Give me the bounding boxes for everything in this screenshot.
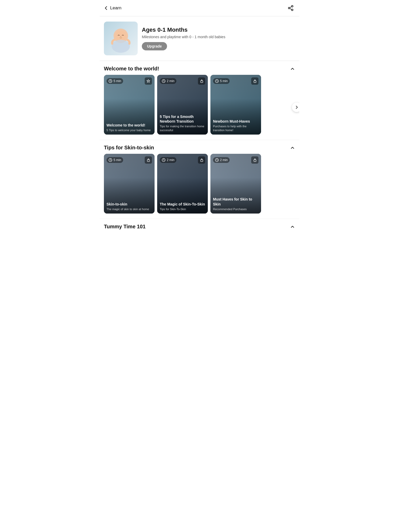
card-card-6[interactable]: 2 min Must Haves for Skin to Skin Recomm… — [210, 154, 261, 214]
upgrade-button[interactable]: Upgrade — [142, 42, 167, 50]
card-top-row: 2 min — [213, 156, 258, 164]
card-top-row: 2 min — [160, 77, 205, 85]
card-description: Purchases to help with the transition ho… — [213, 124, 258, 132]
back-label: Learn — [110, 5, 121, 11]
back-icon — [104, 6, 109, 10]
section-tummy-time: Tummy Time 101 — [100, 219, 299, 233]
cards-container-skin-to-skin: 5 min Skin-to-skin The magic of skin to … — [100, 154, 299, 219]
clock-icon — [215, 158, 219, 162]
svg-rect-17 — [201, 160, 203, 162]
svg-line-3 — [290, 9, 292, 10]
clock-icon — [162, 79, 165, 83]
card-description: Tips for making the transition home succ… — [160, 124, 205, 132]
card-time-badge: 5 min — [107, 157, 123, 163]
section-header-welcome[interactable]: Welcome to the world! — [100, 61, 299, 75]
svg-rect-15 — [147, 160, 150, 162]
card-title: Must Haves for Skin to Skin — [213, 197, 258, 206]
card-time: 5 min — [114, 158, 121, 162]
svg-rect-19 — [254, 160, 256, 162]
svg-line-4 — [290, 7, 292, 8]
card-card-1[interactable]: 5 min Welcome to the world! 5 Tips to we… — [104, 75, 155, 135]
hero-subtitle: Milestones and playtime with 0 - 1 month… — [142, 35, 295, 39]
card-action-badge[interactable] — [145, 156, 152, 164]
app-header: Learn — [100, 0, 299, 16]
star-icon — [147, 79, 150, 83]
hero-image — [104, 22, 138, 55]
card-action-badge[interactable] — [198, 156, 205, 164]
svg-rect-13 — [254, 81, 256, 83]
section-welcome: Welcome to the world! 5 min — [100, 61, 299, 140]
card-action-badge[interactable] — [251, 156, 258, 164]
baby-image-svg — [107, 24, 135, 53]
chevron-up-icon — [290, 145, 295, 150]
svg-point-6 — [115, 31, 127, 41]
clock-icon — [215, 79, 219, 83]
card-bottom: 5 Tips for a Smooth Newborn Transition T… — [160, 114, 205, 132]
back-button[interactable]: Learn — [104, 5, 121, 11]
card-card-5[interactable]: 2 min The Magic of Skin-To-Skin Tips for… — [157, 154, 208, 214]
card-time: 2 min — [220, 158, 228, 162]
card-description: 5 Tips to welcome your baby home — [107, 128, 152, 132]
section-header-skin-to-skin[interactable]: Tips for Skin-to-skin — [100, 140, 299, 154]
cards-row-skin-to-skin: 5 min Skin-to-skin The magic of skin to … — [100, 154, 299, 219]
lock-icon — [253, 79, 257, 83]
card-time-badge: 2 min — [213, 157, 230, 163]
svg-point-7 — [121, 36, 121, 37]
card-top-row: 5 min — [213, 77, 258, 85]
card-card-2[interactable]: 2 min 5 Tips for a Smooth Newborn Transi… — [157, 75, 208, 135]
card-time: 5 min — [220, 79, 228, 83]
card-bottom: The Magic of Skin-To-Skin Tips for Skin-… — [160, 202, 205, 211]
share-icon — [288, 5, 294, 11]
section-skin-to-skin: Tips for Skin-to-skin 5 min — [100, 140, 299, 219]
hero-content: Ages 0-1 Months Milestones and playtime … — [142, 26, 295, 50]
cards-container-welcome: 5 min Welcome to the world! 5 Tips to we… — [100, 75, 299, 140]
card-bottom: Welcome to the world! 5 Tips to welcome … — [107, 123, 152, 132]
card-top-row: 2 min — [160, 156, 205, 164]
card-description: Recommended Purchases — [213, 207, 258, 211]
card-action-badge[interactable] — [145, 77, 152, 85]
card-time: 5 min — [114, 79, 121, 83]
card-action-badge[interactable] — [198, 77, 205, 85]
card-title: The Magic of Skin-To-Skin — [160, 202, 205, 207]
chevron-up-icon — [290, 66, 295, 71]
card-description: Tips for Skin-To-Skin — [160, 207, 205, 211]
svg-point-2 — [291, 9, 293, 11]
section-toggle-tummy-time[interactable] — [290, 224, 295, 229]
card-bottom: Must Haves for Skin to Skin Recommended … — [213, 197, 258, 211]
sections-container: Welcome to the world! 5 min — [100, 61, 299, 233]
card-card-3[interactable]: 5 min Newborn Must-Haves Purchases to he… — [210, 75, 261, 135]
section-toggle-welcome[interactable] — [290, 66, 295, 71]
card-card-4[interactable]: 5 min Skin-to-skin The magic of skin to … — [104, 154, 155, 214]
chevron-up-icon — [290, 224, 295, 229]
card-title: Welcome to the world! — [107, 123, 152, 128]
hero-section: Ages 0-1 Months Milestones and playtime … — [100, 16, 299, 61]
card-time-badge: 5 min — [107, 78, 123, 84]
card-bottom: Newborn Must-Haves Purchases to help wit… — [213, 119, 258, 132]
lock-icon — [253, 158, 257, 162]
section-toggle-skin-to-skin[interactable] — [290, 145, 295, 150]
svg-rect-11 — [201, 81, 203, 83]
next-arrow-button[interactable] — [292, 103, 299, 112]
card-time-badge: 2 min — [160, 157, 176, 163]
section-title-tummy-time: Tummy Time 101 — [104, 224, 145, 230]
arrow-right-icon — [294, 105, 299, 110]
card-top-row: 5 min — [107, 77, 152, 85]
share-button[interactable] — [286, 4, 295, 12]
cards-row-welcome: 5 min Welcome to the world! 5 Tips to we… — [100, 75, 299, 140]
card-time: 2 min — [167, 158, 174, 162]
card-time: 2 min — [167, 79, 174, 83]
card-top-row: 5 min — [107, 156, 152, 164]
lock-icon — [147, 158, 150, 162]
card-time-badge: 5 min — [213, 78, 230, 84]
card-title: 5 Tips for a Smooth Newborn Transition — [160, 114, 205, 124]
card-time-badge: 2 min — [160, 78, 176, 84]
section-header-tummy-time[interactable]: Tummy Time 101 — [100, 219, 299, 233]
clock-icon — [109, 79, 112, 83]
card-action-badge[interactable] — [251, 77, 258, 85]
clock-icon — [162, 158, 165, 162]
card-description: The magic of skin to skin at home — [107, 207, 152, 211]
section-title-welcome: Welcome to the world! — [104, 66, 159, 72]
svg-point-0 — [291, 5, 293, 7]
lock-icon — [200, 158, 203, 162]
card-title: Skin-to-skin — [107, 202, 152, 207]
